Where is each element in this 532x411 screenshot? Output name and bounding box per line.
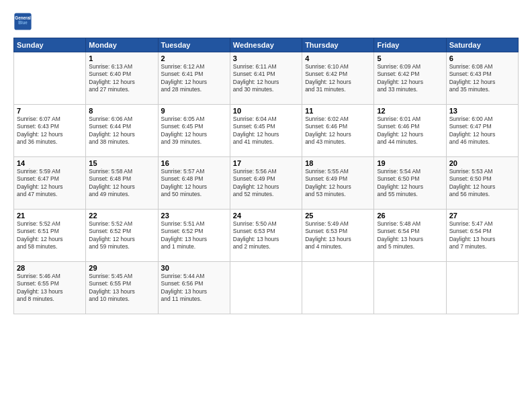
day-cell: 7Sunrise: 6:07 AM Sunset: 6:43 PM Daylig…: [14, 105, 86, 157]
day-cell: 8Sunrise: 6:06 AM Sunset: 6:44 PM Daylig…: [86, 105, 158, 157]
day-number: 14: [17, 159, 83, 167]
day-info: Sunrise: 6:10 AM Sunset: 6:42 PM Dayligh…: [305, 63, 371, 94]
day-cell: 28Sunrise: 5:46 AM Sunset: 6:55 PM Dayli…: [14, 262, 86, 314]
day-cell: 30Sunrise: 5:44 AM Sunset: 6:56 PM Dayli…: [158, 262, 230, 314]
day-info: Sunrise: 6:13 AM Sunset: 6:40 PM Dayligh…: [89, 63, 154, 94]
weekday-header-thursday: Thursday: [302, 38, 374, 52]
day-number: 23: [161, 212, 227, 220]
day-cell: 9Sunrise: 6:05 AM Sunset: 6:45 PM Daylig…: [158, 105, 230, 157]
day-cell: [302, 262, 374, 314]
week-row-0: 1Sunrise: 6:13 AM Sunset: 6:40 PM Daylig…: [14, 52, 519, 105]
day-cell: [374, 262, 446, 314]
page: General Blue SundayMondayTuesdayWednesda…: [0, 0, 532, 411]
day-cell: 16Sunrise: 5:57 AM Sunset: 6:48 PM Dayli…: [158, 157, 230, 210]
calendar-table: SundayMondayTuesdayWednesdayThursdayFrid…: [13, 38, 519, 314]
header: General Blue: [13, 12, 519, 31]
day-info: Sunrise: 6:06 AM Sunset: 6:44 PM Dayligh…: [89, 116, 154, 146]
day-info: Sunrise: 5:57 AM Sunset: 6:48 PM Dayligh…: [161, 168, 227, 199]
day-info: Sunrise: 6:02 AM Sunset: 6:46 PM Dayligh…: [305, 116, 371, 146]
day-number: 21: [17, 212, 83, 220]
day-cell: 17Sunrise: 5:56 AM Sunset: 6:49 PM Dayli…: [230, 157, 302, 210]
day-info: Sunrise: 5:50 AM Sunset: 6:53 PM Dayligh…: [233, 220, 299, 251]
day-info: Sunrise: 5:56 AM Sunset: 6:49 PM Dayligh…: [233, 168, 299, 199]
day-number: 26: [377, 212, 443, 220]
day-number: 8: [89, 107, 154, 115]
day-cell: 19Sunrise: 5:54 AM Sunset: 6:50 PM Dayli…: [374, 157, 446, 210]
day-number: 1: [89, 54, 154, 62]
day-info: Sunrise: 5:53 AM Sunset: 6:50 PM Dayligh…: [449, 168, 515, 199]
weekday-header-saturday: Saturday: [446, 38, 518, 52]
day-number: 22: [89, 212, 154, 220]
logo-icon: General Blue: [13, 12, 32, 31]
day-number: 20: [449, 159, 515, 167]
day-cell: 11Sunrise: 6:02 AM Sunset: 6:46 PM Dayli…: [302, 105, 374, 157]
day-number: 2: [161, 54, 227, 62]
day-number: 16: [161, 159, 227, 167]
day-number: 12: [377, 107, 443, 115]
day-cell: 3Sunrise: 6:11 AM Sunset: 6:41 PM Daylig…: [230, 52, 302, 105]
day-number: 28: [17, 264, 83, 272]
day-info: Sunrise: 5:54 AM Sunset: 6:50 PM Dayligh…: [377, 168, 443, 199]
weekday-header-friday: Friday: [374, 38, 446, 52]
day-cell: 13Sunrise: 6:00 AM Sunset: 6:47 PM Dayli…: [446, 105, 518, 157]
day-cell: 18Sunrise: 5:55 AM Sunset: 6:49 PM Dayli…: [302, 157, 374, 210]
day-info: Sunrise: 5:51 AM Sunset: 6:52 PM Dayligh…: [161, 220, 227, 251]
day-number: 5: [377, 54, 443, 62]
day-info: Sunrise: 5:45 AM Sunset: 6:55 PM Dayligh…: [89, 273, 154, 304]
day-number: 7: [17, 107, 83, 115]
day-cell: 21Sunrise: 5:52 AM Sunset: 6:51 PM Dayli…: [14, 210, 86, 262]
day-cell: 29Sunrise: 5:45 AM Sunset: 6:55 PM Dayli…: [86, 262, 158, 314]
day-number: 4: [305, 54, 371, 62]
week-row-2: 14Sunrise: 5:59 AM Sunset: 6:47 PM Dayli…: [14, 157, 519, 210]
day-cell: 14Sunrise: 5:59 AM Sunset: 6:47 PM Dayli…: [14, 157, 86, 210]
day-cell: 2Sunrise: 6:12 AM Sunset: 6:41 PM Daylig…: [158, 52, 230, 105]
day-cell: 20Sunrise: 5:53 AM Sunset: 6:50 PM Dayli…: [446, 157, 518, 210]
day-cell: 15Sunrise: 5:58 AM Sunset: 6:48 PM Dayli…: [86, 157, 158, 210]
day-cell: 5Sunrise: 6:09 AM Sunset: 6:42 PM Daylig…: [374, 52, 446, 105]
day-info: Sunrise: 6:04 AM Sunset: 6:45 PM Dayligh…: [233, 116, 299, 146]
day-cell: 12Sunrise: 6:01 AM Sunset: 6:46 PM Dayli…: [374, 105, 446, 157]
day-number: 19: [377, 159, 443, 167]
weekday-header-sunday: Sunday: [14, 38, 86, 52]
week-row-4: 28Sunrise: 5:46 AM Sunset: 6:55 PM Dayli…: [14, 262, 519, 314]
weekday-header-row: SundayMondayTuesdayWednesdayThursdayFrid…: [14, 38, 519, 52]
week-row-3: 21Sunrise: 5:52 AM Sunset: 6:51 PM Dayli…: [14, 210, 519, 262]
svg-text:Blue: Blue: [18, 20, 28, 25]
day-number: 24: [233, 212, 299, 220]
day-info: Sunrise: 5:52 AM Sunset: 6:52 PM Dayligh…: [89, 220, 154, 251]
weekday-header-wednesday: Wednesday: [230, 38, 302, 52]
day-info: Sunrise: 6:11 AM Sunset: 6:41 PM Dayligh…: [233, 63, 299, 94]
day-info: Sunrise: 5:47 AM Sunset: 6:54 PM Dayligh…: [449, 220, 515, 251]
day-info: Sunrise: 6:05 AM Sunset: 6:45 PM Dayligh…: [161, 116, 227, 146]
weekday-header-tuesday: Tuesday: [158, 38, 230, 52]
day-info: Sunrise: 5:59 AM Sunset: 6:47 PM Dayligh…: [17, 168, 83, 199]
day-info: Sunrise: 5:49 AM Sunset: 6:53 PM Dayligh…: [305, 220, 371, 251]
svg-text:General: General: [15, 15, 31, 20]
weekday-header-monday: Monday: [86, 38, 158, 52]
day-cell: 25Sunrise: 5:49 AM Sunset: 6:53 PM Dayli…: [302, 210, 374, 262]
day-number: 3: [233, 54, 299, 62]
day-info: Sunrise: 5:52 AM Sunset: 6:51 PM Dayligh…: [17, 220, 83, 251]
day-number: 30: [161, 264, 227, 272]
day-info: Sunrise: 5:55 AM Sunset: 6:49 PM Dayligh…: [305, 168, 371, 199]
day-cell: 4Sunrise: 6:10 AM Sunset: 6:42 PM Daylig…: [302, 52, 374, 105]
day-cell: 10Sunrise: 6:04 AM Sunset: 6:45 PM Dayli…: [230, 105, 302, 157]
day-cell: 6Sunrise: 6:08 AM Sunset: 6:43 PM Daylig…: [446, 52, 518, 105]
day-cell: [14, 52, 86, 105]
day-number: 13: [449, 107, 515, 115]
day-number: 17: [233, 159, 299, 167]
day-number: 25: [305, 212, 371, 220]
day-info: Sunrise: 5:46 AM Sunset: 6:55 PM Dayligh…: [17, 273, 83, 304]
day-cell: [446, 262, 518, 314]
day-number: 15: [89, 159, 154, 167]
day-number: 11: [305, 107, 371, 115]
logo: General Blue: [13, 12, 35, 31]
day-cell: 23Sunrise: 5:51 AM Sunset: 6:52 PM Dayli…: [158, 210, 230, 262]
day-number: 9: [161, 107, 227, 115]
day-number: 6: [449, 54, 515, 62]
week-row-1: 7Sunrise: 6:07 AM Sunset: 6:43 PM Daylig…: [14, 105, 519, 157]
day-info: Sunrise: 5:48 AM Sunset: 6:54 PM Dayligh…: [377, 220, 443, 251]
day-number: 10: [233, 107, 299, 115]
day-info: Sunrise: 5:44 AM Sunset: 6:56 PM Dayligh…: [161, 273, 227, 304]
day-info: Sunrise: 6:07 AM Sunset: 6:43 PM Dayligh…: [17, 116, 83, 146]
